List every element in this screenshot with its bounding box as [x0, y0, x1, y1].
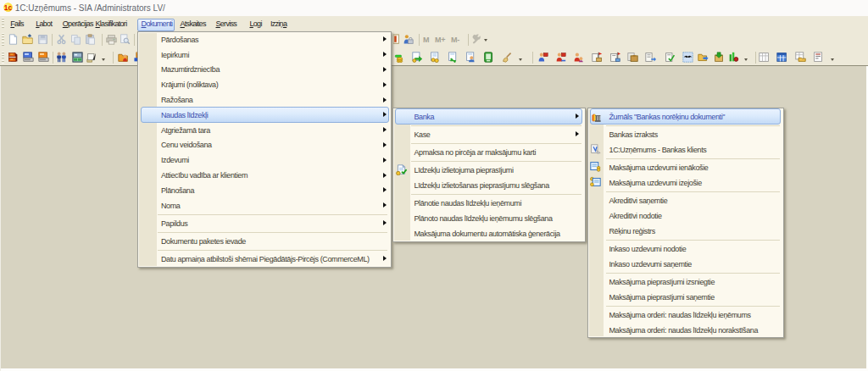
svg-text:1c: 1c [3, 4, 12, 12]
